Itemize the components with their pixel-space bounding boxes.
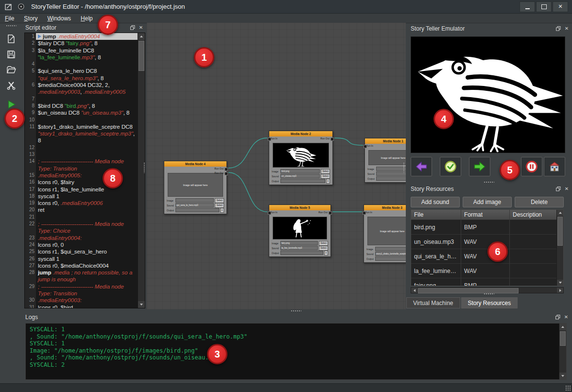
next-button[interactable]: [469, 157, 490, 176]
field-value[interactable]: story1_drako_luminelle_sceptre.mp3: [375, 252, 406, 256]
script-line[interactable]: 11$story1_drako_luminelle_sceptre DC8 "s…: [25, 123, 138, 144]
select-button[interactable]: Select: [215, 203, 224, 208]
toolbar-drag-handle[interactable]: [6, 25, 17, 27]
float-panel-icon[interactable]: [130, 25, 136, 31]
select-button[interactable]: Select: [319, 241, 328, 246]
media-node[interactable]: Media Node 5Run InRun Out 1Imagefairy.pn…: [269, 205, 331, 257]
script-line[interactable]: 2$fairy DC8 "fairy.png", 8: [25, 40, 138, 47]
script-line[interactable]: 23.mediaEntry0004:: [25, 235, 138, 241]
scroll-left-icon[interactable]: [411, 288, 417, 293]
script-line[interactable]: 13: [25, 151, 138, 158]
scroll-up-icon[interactable]: [559, 324, 566, 330]
field-value[interactable]: [376, 167, 406, 171]
field-value[interactable]: [376, 171, 406, 176]
open-button[interactable]: [3, 63, 19, 77]
script-line[interactable]: 22; ---------------------------- Media n…: [25, 221, 138, 235]
script-line[interactable]: 12: [25, 144, 138, 151]
field-value[interactable]: [375, 247, 406, 251]
splitter-handle[interactable]: [484, 293, 494, 295]
field-value[interactable]: [280, 179, 325, 183]
validate-button[interactable]: [440, 157, 461, 176]
scroll-up-icon[interactable]: [557, 210, 563, 216]
minimize-button[interactable]: [520, 1, 535, 12]
scrollbar-thumb[interactable]: [560, 331, 566, 346]
table-row[interactable]: la_fee_lumine…WAV: [411, 264, 557, 278]
previous-button[interactable]: [411, 157, 432, 176]
field-value[interactable]: [376, 176, 406, 181]
delete-button[interactable]: Delete: [515, 197, 564, 207]
input-port[interactable]: [364, 145, 367, 148]
script-line[interactable]: 4: [25, 61, 138, 68]
tab-story-resources[interactable]: Story Resources: [461, 297, 518, 308]
script-line[interactable]: 31lcons r0, $bird: [25, 304, 138, 308]
script-line[interactable]: 24lcons r0, 0: [25, 241, 138, 248]
float-panel-icon[interactable]: [555, 26, 561, 32]
input-port[interactable]: [268, 137, 271, 141]
column-header[interactable]: Format: [461, 210, 510, 220]
close-panel-icon[interactable]: ✕: [138, 25, 144, 31]
scroll-right-icon[interactable]: [557, 288, 563, 293]
select-button[interactable]: ▾: [326, 179, 330, 184]
field-value[interactable]: la_fee_luminelle.mp3: [280, 246, 318, 250]
table-row[interactable]: qui_sera_le_h…WAV: [411, 249, 557, 264]
scroll-down-icon[interactable]: [559, 373, 566, 379]
field-value[interactable]: qui_sera_le_hero.mp3: [175, 203, 214, 207]
save-button[interactable]: [3, 47, 19, 62]
table-scrollbar[interactable]: [556, 210, 563, 286]
splitter-handle[interactable]: [403, 162, 405, 173]
field-value[interactable]: [375, 256, 406, 261]
script-line[interactable]: 21: [25, 214, 138, 221]
output-port[interactable]: [225, 168, 228, 171]
select-button[interactable]: Select: [321, 174, 330, 179]
script-line[interactable]: 5$qui_sera_le_hero DC8 "qui_sera_le_hero…: [25, 68, 138, 82]
field-value[interactable]: [280, 251, 323, 255]
script-editor[interactable]: 1jump .mediaEntry00042$fairy DC8 "fairy.…: [24, 33, 145, 308]
cut-button[interactable]: [3, 78, 19, 93]
field-value[interactable]: fairy.png: [280, 241, 318, 245]
script-line[interactable]: 19lcons r0, .mediaEntry0006: [25, 200, 138, 206]
select-button[interactable]: Select: [319, 246, 328, 251]
close-panel-icon[interactable]: ✕: [564, 186, 570, 192]
maximize-button[interactable]: [536, 1, 552, 12]
add-sound-button[interactable]: Add sound: [411, 197, 460, 207]
script-line[interactable]: 14; ---------------------------- Media n…: [25, 158, 138, 172]
titlebar[interactable]: StoryTeller Editor - /home/anthony/ostpr…: [0, 0, 572, 14]
home-button[interactable]: [544, 157, 565, 176]
output-port[interactable]: [329, 211, 332, 215]
table-row[interactable]: bird.pngBMP: [411, 220, 557, 235]
script-line[interactable]: 3$la_fee_luminelle DC8 "la_fee_luminelle…: [25, 47, 138, 61]
media-node[interactable]: Media Node 3Run InImage will appear here…: [364, 205, 406, 263]
resize-grip[interactable]: [565, 385, 571, 391]
column-header[interactable]: Description: [510, 210, 557, 220]
logs-scrollbar[interactable]: [559, 324, 566, 379]
select-button[interactable]: ▾: [324, 251, 328, 256]
script-line[interactable]: 25lcons r1, $qui_sera_le_hero: [25, 248, 138, 255]
select-button[interactable]: Select: [321, 169, 330, 174]
column-header[interactable]: File: [411, 210, 461, 220]
input-port[interactable]: [268, 211, 271, 215]
script-line[interactable]: 30.mediaEntry0003:: [25, 297, 138, 304]
scrollbar-thumb[interactable]: [418, 288, 519, 293]
script-line[interactable]: 20ret: [25, 206, 138, 213]
media-node[interactable]: Media Node 1Run InImage will appear here…: [364, 138, 406, 183]
media-node[interactable]: Media Node 4Run Out 1Run Out 2Image will…: [164, 161, 227, 214]
media-node[interactable]: Media Node 2Run InRun Out 1Imagebird.png…: [269, 131, 333, 185]
splitter-handle[interactable]: [143, 162, 146, 173]
scroll-down-icon[interactable]: [557, 280, 563, 286]
menu-file[interactable]: File: [0, 15, 19, 22]
menu-help[interactable]: Help: [76, 15, 98, 22]
script-line[interactable]: 10: [25, 117, 138, 123]
logs-output[interactable]: SYSCALL: 1, Sound: "/home/anthony/ostpro…: [25, 323, 567, 380]
script-line[interactable]: 29; ---------------------------- Media n…: [25, 283, 138, 297]
new-script-button[interactable]: [3, 32, 19, 46]
float-panel-icon[interactable]: [555, 314, 561, 320]
scrollbar-thumb[interactable]: [557, 217, 563, 246]
script-line[interactable]: 27lcons r0, $mediaChoice0004: [25, 262, 138, 269]
field-value[interactable]: bird.png: [280, 169, 320, 173]
input-port[interactable]: [363, 211, 366, 215]
add-image-button[interactable]: Add image: [463, 197, 512, 207]
resources-table[interactable]: FileFormatDescriptionbird.pngBMPun_oisea…: [411, 209, 564, 286]
script-line[interactable]: 28jump .media ; no return possible, so a…: [25, 269, 138, 283]
menu-windows[interactable]: Windows: [42, 15, 76, 22]
script-line[interactable]: 7: [25, 96, 138, 102]
